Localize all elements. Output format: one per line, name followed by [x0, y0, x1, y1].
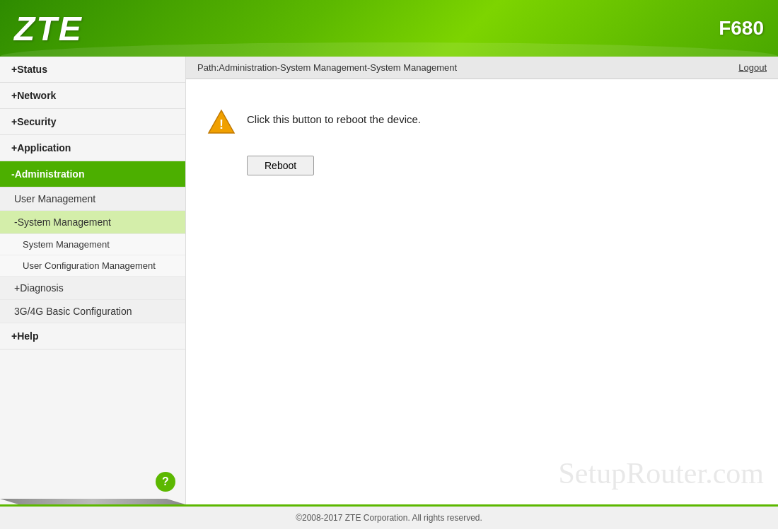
svg-text:!: ! — [219, 117, 223, 132]
model-name: F680 — [719, 17, 764, 40]
logout-link[interactable]: Logout — [738, 62, 767, 73]
header: ZTE F680 — [0, 0, 778, 57]
main-layout: +Status +Network +Security +Application … — [0, 57, 778, 504]
sidebar-item-system-management-label: System Management — [23, 239, 110, 250]
sidebar-item-administration-label: -Administration — [11, 168, 84, 180]
sidebar-item-status-label: +Status — [11, 64, 47, 75]
sidebar-item-3g4g-config[interactable]: 3G/4G Basic Configuration — [0, 300, 185, 323]
sidebar-item-status[interactable]: +Status — [0, 57, 185, 83]
sidebar-item-user-config-management-label: User Configuration Management — [23, 260, 156, 271]
sidebar-item-security[interactable]: +Security — [0, 109, 185, 135]
sidebar-nav: +Status +Network +Security +Application … — [0, 57, 185, 465]
sidebar-item-user-management-label: User Management — [14, 193, 95, 204]
zte-logo: ZTE — [14, 9, 83, 48]
copyright-text: ©2008-2017 ZTE Corporation. All rights r… — [296, 513, 482, 523]
sidebar-item-user-management[interactable]: User Management — [0, 187, 185, 211]
sidebar-item-system-management-group-label: -System Management — [14, 216, 111, 228]
sidebar-item-help[interactable]: +Help — [0, 323, 185, 349]
sidebar-item-network[interactable]: +Network — [0, 83, 185, 109]
content-body: ! Click this button to reboot the device… — [186, 79, 778, 504]
sidebar-item-security-label: +Security — [11, 116, 56, 127]
sidebar-item-diagnosis-label: +Diagnosis — [14, 282, 64, 294]
sidebar-item-application-label: +Application — [11, 142, 71, 154]
reboot-section: ! Click this button to reboot the device… — [207, 108, 757, 134]
reboot-message: Click this button to reboot the device. — [247, 113, 421, 125]
watermark: SetupRouter.com — [559, 456, 764, 490]
sidebar: +Status +Network +Security +Application … — [0, 57, 186, 504]
help-button[interactable]: ? — [156, 472, 175, 492]
sidebar-item-system-management[interactable]: System Management — [0, 234, 185, 255]
sidebar-item-3g4g-config-label: 3G/4G Basic Configuration — [14, 306, 132, 317]
sidebar-item-help-label: +Help — [11, 330, 39, 342]
reboot-button[interactable]: Reboot — [247, 156, 314, 175]
sidebar-help-section: ? — [0, 465, 185, 499]
footer: ©2008-2017 ZTE Corporation. All rights r… — [0, 504, 778, 529]
sidebar-item-administration[interactable]: -Administration — [0, 161, 185, 187]
sidebar-item-diagnosis[interactable]: +Diagnosis — [0, 277, 185, 300]
sidebar-item-system-management-group[interactable]: -System Management — [0, 211, 185, 234]
sidebar-item-network-label: +Network — [11, 90, 56, 101]
sidebar-bottom-decoration — [0, 499, 185, 504]
reboot-button-row: Reboot — [247, 156, 757, 175]
breadcrumb: Path:Administration-System Management-Sy… — [197, 62, 457, 73]
breadcrumb-bar: Path:Administration-System Management-Sy… — [186, 57, 778, 79]
sidebar-item-user-config-management[interactable]: User Configuration Management — [0, 255, 185, 277]
sidebar-item-application[interactable]: +Application — [0, 135, 185, 161]
warning-icon: ! — [207, 109, 236, 134]
content-area: Path:Administration-System Management-Sy… — [186, 57, 778, 504]
